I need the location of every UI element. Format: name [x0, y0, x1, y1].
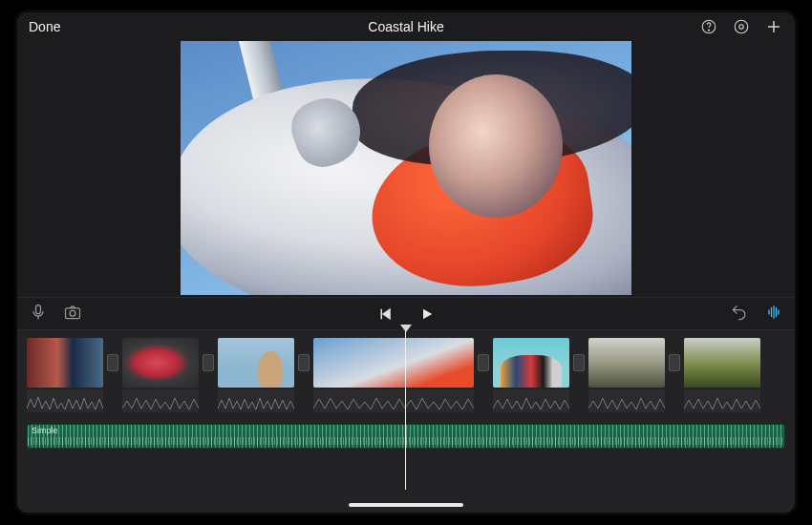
svg-point-1: [708, 30, 709, 31]
camera-icon[interactable]: [63, 303, 82, 326]
microphone-icon[interactable]: [29, 303, 48, 326]
audio-track-label: Simple: [32, 426, 58, 435]
project-title: Coastal Hike: [17, 19, 795, 34]
transition-4[interactable]: [474, 338, 493, 388]
top-bar: Done Coastal Hike: [17, 12, 795, 41]
video-preview[interactable]: [181, 41, 631, 295]
audio-track[interactable]: Simple: [27, 424, 785, 449]
clip-1[interactable]: [27, 338, 103, 412]
add-media-icon[interactable]: [764, 17, 783, 36]
clip-7[interactable]: [684, 338, 760, 412]
svg-point-3: [739, 25, 744, 30]
home-indicator[interactable]: [349, 503, 463, 507]
preview-area: [17, 41, 795, 297]
clip-4[interactable]: [313, 338, 474, 412]
clip-6[interactable]: [588, 338, 665, 412]
transition-2[interactable]: [199, 338, 218, 388]
clip-5[interactable]: [493, 338, 569, 412]
svg-point-6: [70, 310, 75, 316]
done-button[interactable]: Done: [29, 19, 60, 34]
undo-icon[interactable]: [730, 303, 749, 326]
clip-2[interactable]: [122, 338, 199, 412]
timeline[interactable]: Simple: [17, 329, 795, 513]
svg-rect-5: [66, 307, 80, 318]
help-icon[interactable]: [699, 17, 718, 36]
audio-levels-icon[interactable]: [764, 303, 783, 326]
skip-back-icon[interactable]: [375, 304, 395, 324]
svg-point-2: [735, 20, 748, 33]
svg-rect-4: [36, 304, 41, 313]
transition-1[interactable]: [103, 338, 122, 388]
settings-icon[interactable]: [732, 17, 751, 36]
video-editor-app: Done Coastal Hike: [14, 10, 798, 515]
transition-3[interactable]: [294, 338, 313, 388]
transport-bar: [17, 297, 795, 329]
clip-3[interactable]: [218, 338, 294, 412]
transition-6[interactable]: [665, 338, 684, 388]
transition-5[interactable]: [569, 338, 588, 388]
video-track[interactable]: [17, 338, 795, 420]
play-icon[interactable]: [417, 304, 437, 324]
